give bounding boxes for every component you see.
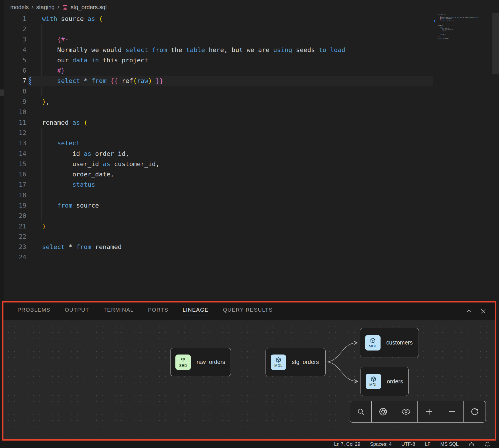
search-button[interactable] (357, 407, 365, 416)
code-token: here, but we are (205, 46, 273, 53)
editor-scrollbar[interactable] (492, 13, 499, 74)
breadcrumb-item-staging[interactable]: staging (36, 4, 55, 11)
code-line[interactable]: 2 (4, 24, 433, 34)
line-number[interactable]: 5 (4, 57, 26, 64)
code-token: as (103, 160, 110, 168)
code-token: this project (99, 57, 148, 64)
gutter-marker-slot (26, 117, 42, 128)
code-line[interactable]: 20 (4, 211, 433, 221)
code-line[interactable]: 14 id as order_id, (4, 148, 433, 159)
seedling-icon (180, 357, 186, 363)
status-eol[interactable]: LF (425, 441, 431, 447)
code-token: using (273, 46, 292, 53)
code-line[interactable]: 21) (4, 221, 433, 231)
notifications-button[interactable] (484, 441, 490, 447)
line-number[interactable]: 14 (4, 150, 26, 157)
breadcrumb-item-models[interactable]: models (10, 4, 29, 11)
code-line[interactable]: 3 {#- (4, 34, 433, 45)
line-number[interactable]: 22 (4, 233, 26, 240)
minimap[interactable]: with source as ( {#- Normally we would s… (434, 13, 492, 62)
line-number[interactable]: 11 (4, 119, 26, 126)
zoom-in-button[interactable] (425, 407, 433, 416)
aperture-button[interactable] (379, 407, 388, 416)
code-token: ( (133, 77, 137, 84)
gutter-marker-slot (26, 180, 42, 190)
line-number[interactable]: 12 (4, 129, 26, 136)
status-cursor-position[interactable]: Ln 7, Col 29 (334, 441, 360, 447)
code-token (80, 119, 84, 126)
gutter-marker-slot (26, 242, 42, 252)
code-line[interactable]: 11renamed as ( (4, 117, 433, 128)
line-number[interactable]: 17 (4, 181, 26, 188)
line-number[interactable]: 15 (4, 160, 26, 168)
code-area[interactable]: 1with source as (23 {#-4 Normally we wou… (4, 13, 433, 262)
line-number[interactable]: 4 (4, 46, 26, 53)
line-number[interactable]: 20 (4, 212, 26, 219)
line-number[interactable]: 21 (4, 223, 26, 230)
code-line[interactable]: 22 (4, 231, 433, 242)
tab-output[interactable]: OUTPUT (64, 307, 89, 316)
lineage-toolbar (350, 401, 486, 423)
line-number[interactable]: 13 (4, 140, 26, 147)
panel-tabs: PROBLEMSOUTPUTTERMINALPORTSLINEAGEQUERY … (17, 307, 273, 316)
gutter-marker-slot (26, 65, 42, 75)
code-line[interactable]: 1with source as ( (4, 13, 433, 24)
refresh-button[interactable] (470, 407, 479, 416)
lineage-node-stg_orders[interactable]: MDLstg_orders (266, 348, 326, 376)
tab-query-results[interactable]: QUERY RESULTS (223, 307, 273, 316)
collapse-panel-button[interactable] (466, 308, 472, 315)
code-line[interactable]: 8 (4, 86, 433, 96)
code-token: table (186, 46, 205, 53)
code-token (438, 27, 440, 28)
lineage-node-orders[interactable]: MDLorders (361, 367, 409, 396)
status-language-mode[interactable]: MS SQL (440, 441, 459, 447)
line-number[interactable]: 10 (4, 108, 26, 116)
code-line[interactable]: 5 our data in this project (4, 55, 433, 65)
code-token: to load (474, 17, 478, 18)
line-number[interactable]: 8 (4, 88, 26, 95)
code-line[interactable]: 13 select (4, 138, 433, 148)
line-number[interactable]: 23 (4, 243, 26, 250)
code-line[interactable]: 18 (4, 190, 433, 200)
vscode-window: models › staging › stg_orders.sql 1with … (0, 0, 499, 448)
status-encoding[interactable]: UTF-8 (401, 441, 415, 447)
close-panel-button[interactable] (480, 308, 487, 315)
lineage-node-raw_orders[interactable]: SEDraw_orders (170, 348, 231, 376)
status-indentation[interactable]: Spaces: 4 (370, 441, 392, 447)
code-line[interactable]: 24 (4, 252, 433, 262)
zoom-out-button[interactable] (447, 407, 456, 416)
line-number[interactable]: 24 (4, 254, 26, 261)
editor-pane[interactable]: models › staging › stg_orders.sql 1with … (4, 0, 499, 301)
line-number[interactable]: 18 (4, 192, 26, 199)
code-line[interactable]: 17 status (4, 180, 433, 190)
code-line[interactable]: 4 Normally we would select from the tabl… (4, 45, 433, 55)
line-number[interactable]: 19 (4, 202, 26, 209)
breadcrumb-file[interactable]: stg_orders.sql (71, 4, 107, 11)
code-line[interactable]: 19 from source (4, 200, 433, 210)
tab-lineage[interactable]: LINEAGE (182, 307, 209, 316)
code-line[interactable]: 7 select * from {{ ref(raw) }} (4, 76, 433, 86)
tab-problems[interactable]: PROBLEMS (17, 307, 51, 316)
code-token (438, 34, 440, 35)
code-line[interactable]: 12 (4, 128, 433, 138)
tab-terminal[interactable]: TERMINAL (103, 307, 134, 316)
tab-ports[interactable]: PORTS (148, 307, 169, 316)
visibility-button[interactable] (401, 407, 411, 417)
lineage-canvas[interactable]: SEDraw_ordersMDLstg_ordersMDLcustomersMD… (3, 320, 495, 439)
copilot-button[interactable] (468, 441, 475, 447)
code-line[interactable]: 15 user_id as customer_id, (4, 159, 433, 169)
line-number[interactable]: 3 (4, 36, 26, 43)
line-number[interactable]: 6 (4, 67, 26, 74)
line-number[interactable]: 16 (4, 171, 26, 178)
line-number[interactable]: 2 (4, 25, 26, 33)
line-number[interactable]: 9 (4, 98, 26, 105)
line-number[interactable]: 1 (4, 15, 26, 22)
code-line[interactable]: 23select * from renamed (4, 242, 433, 252)
code-line[interactable]: 6 #} (4, 65, 433, 75)
line-number[interactable]: 7 (4, 77, 26, 84)
code-line[interactable]: 9), (4, 96, 433, 107)
lineage-node-customers[interactable]: MDLcustomers (360, 328, 419, 357)
cube-icon (370, 337, 376, 344)
code-line[interactable]: 10 (4, 107, 433, 117)
code-line[interactable]: 16 order_date, (4, 169, 433, 179)
